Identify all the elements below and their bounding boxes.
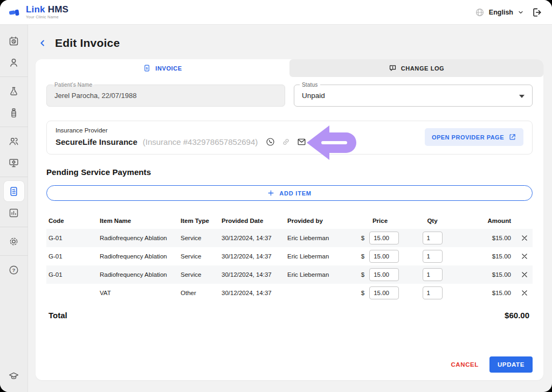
row-item-name: VAT — [98, 290, 178, 296]
sidebar-item-workstation[interactable] — [4, 152, 24, 173]
staff-icon — [8, 136, 19, 147]
back-chevron-icon — [38, 38, 47, 48]
remove-item-button[interactable] — [520, 251, 529, 261]
sidebar-divider — [0, 227, 28, 227]
sidebar-item-reports[interactable] — [4, 202, 24, 223]
price-input[interactable] — [369, 286, 399, 299]
status-select[interactable]: Status Unpaid — [294, 85, 533, 107]
sidebar-item-education[interactable] — [4, 366, 24, 386]
payments-table: Code Item Name Item Type Provided Date P… — [46, 213, 533, 302]
col-item-name: Item Name — [98, 218, 178, 224]
whatsapp-icon[interactable] — [265, 137, 275, 147]
col-amount: Amount — [453, 218, 514, 224]
tab-bar: $ INVOICE CHANGE LOG — [36, 59, 543, 77]
currency-symbol: $ — [361, 290, 364, 296]
plus-icon — [267, 190, 274, 197]
qty-input[interactable] — [423, 232, 443, 244]
update-button[interactable]: UPDATE — [489, 356, 533, 373]
sidebar-item-schedule[interactable] — [4, 31, 24, 51]
sidebar-item-pharmacy[interactable] — [4, 102, 24, 123]
open-provider-page-label: OPEN PROVIDER PAGE — [432, 134, 504, 141]
close-icon — [521, 289, 528, 297]
sidebar-item-laboratory[interactable] — [4, 81, 24, 101]
remove-item-button[interactable] — [520, 288, 529, 298]
globe-icon — [475, 8, 485, 17]
row-provided-date: 30/12/2024, 14:37 — [219, 271, 285, 278]
insurance-provider-label: Insurance Provider — [56, 127, 349, 134]
row-item-name: Radiofrequency Ablation — [98, 253, 178, 260]
total-value: $60.00 — [505, 311, 529, 320]
currency-symbol: $ — [361, 271, 364, 278]
row-provided-by: Eric Lieberman — [285, 271, 349, 278]
row-item-type: Service — [178, 271, 219, 278]
language-label: English — [489, 9, 513, 16]
remove-item-button[interactable] — [520, 270, 529, 279]
pharmacy-icon — [8, 107, 19, 118]
sidebar-divider — [0, 177, 28, 177]
price-input[interactable] — [369, 268, 399, 281]
sidebar-divider — [0, 255, 28, 256]
logout-icon[interactable] — [532, 7, 542, 18]
table-row: G-01 Radiofrequency Ablation Service 30/… — [46, 265, 533, 284]
col-price: Price — [349, 218, 409, 224]
page-title: Edit Invoice — [55, 37, 120, 50]
col-qty: Qty — [409, 218, 453, 224]
col-provided-by: Provided by — [285, 218, 349, 224]
workstation-icon — [8, 157, 19, 169]
app-window: Link HMS Your Clinic Name English — [0, 0, 552, 392]
link-icon[interactable] — [281, 137, 291, 147]
schedule-icon — [8, 36, 19, 47]
brand-name-link: Link — [26, 4, 45, 15]
brand-logo: Link HMS Your Clinic Name — [8, 5, 68, 19]
language-selector[interactable]: English — [475, 8, 524, 17]
remove-item-button[interactable] — [520, 233, 529, 243]
sidebar-item-invoices[interactable] — [4, 181, 24, 201]
row-amount: $15.00 — [453, 235, 514, 241]
tab-change-log[interactable]: CHANGE LOG — [289, 59, 543, 77]
price-input[interactable] — [369, 232, 399, 244]
total-row: Total $60.00 — [46, 302, 533, 320]
insurance-provider-box: Insurance Provider SecureLife Insurance … — [46, 121, 533, 155]
add-item-label: ADD ITEM — [279, 190, 312, 197]
add-item-button[interactable]: ADD ITEM — [46, 185, 533, 201]
insurance-phone: +5799558565 — [312, 139, 349, 145]
sidebar-item-help[interactable]: ? — [4, 260, 24, 280]
row-item-type: Service — [178, 253, 219, 260]
close-icon — [521, 253, 528, 260]
reports-icon — [8, 207, 19, 219]
tab-change-log-label: CHANGE LOG — [401, 65, 445, 72]
invoice-card: $ INVOICE CHANGE LOG Patient's Name Jere… — [36, 59, 543, 380]
row-provided-date: 30/12/2024, 14:37 — [219, 253, 285, 260]
sidebar-item-staff[interactable] — [4, 131, 24, 151]
table-row: G-01 Radiofrequency Ablation Service 30/… — [46, 229, 533, 247]
cancel-button[interactable]: CANCEL — [445, 357, 484, 372]
sidebar-item-settings[interactable] — [4, 231, 24, 251]
row-provided-date: 30/12/2024, 14:37 — [219, 290, 285, 296]
currency-symbol: $ — [361, 235, 364, 241]
close-icon — [521, 271, 528, 278]
sidebar-item-patients[interactable] — [4, 52, 24, 73]
qty-input[interactable] — [423, 268, 443, 281]
currency-symbol: $ — [361, 253, 364, 260]
row-amount: $15.00 — [453, 290, 514, 296]
mail-icon[interactable] — [296, 137, 307, 147]
help-icon: ? — [8, 264, 19, 276]
open-provider-page-button[interactable]: OPEN PROVIDER PAGE — [425, 128, 523, 146]
row-item-name: Radiofrequency Ablation — [98, 271, 178, 278]
status-label: Status — [300, 82, 320, 88]
brand-name-hms: HMS — [48, 4, 68, 15]
sidebar-divider — [0, 127, 28, 127]
qty-input[interactable] — [423, 286, 443, 299]
row-amount: $15.00 — [453, 253, 514, 260]
chevron-down-icon — [518, 9, 524, 16]
row-item-type: Service — [178, 235, 219, 241]
patient-name-field: Patient's Name Jerel Parocha, 22/07/1988 — [46, 85, 285, 107]
back-button[interactable] — [38, 38, 47, 48]
form-actions: CANCEL UPDATE — [445, 356, 533, 373]
main-content: Edit Invoice $ INVOICE CHANGE LOG Patien… — [28, 25, 552, 392]
qty-input[interactable] — [423, 250, 443, 263]
price-input[interactable] — [369, 250, 399, 263]
insurance-provider-name: SecureLife Insurance — [56, 137, 137, 146]
tab-invoice[interactable]: $ INVOICE — [36, 59, 289, 77]
invoices-icon — [8, 186, 19, 197]
